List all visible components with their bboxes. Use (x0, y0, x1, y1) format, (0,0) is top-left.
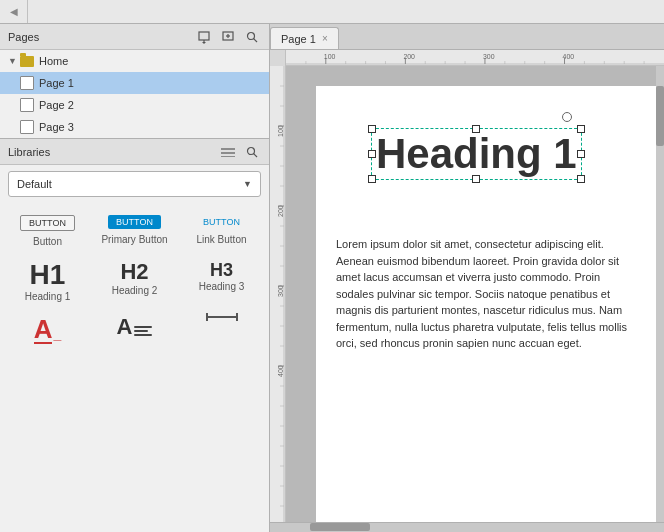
page-icon-page2 (20, 98, 34, 112)
tab-close-icon[interactable]: × (322, 33, 328, 44)
pages-search-icon[interactable] (243, 28, 261, 46)
lib-item-primary-button[interactable]: BUTTON Primary Button (91, 207, 178, 253)
dropdown-arrow-icon: ▼ (243, 179, 252, 189)
svg-text:200: 200 (403, 53, 415, 60)
text-a-icon: A _ (34, 316, 62, 344)
dropdown-label: Default (17, 178, 52, 190)
handle-br[interactable] (577, 175, 585, 183)
libraries-header: Libraries (0, 139, 269, 165)
primary-button-preview: BUTTON (108, 215, 161, 229)
tree-item-page2[interactable]: Page 2 (0, 94, 269, 116)
h3-preview: H3 (210, 261, 233, 279)
heading-container[interactable]: Heading 1 (371, 128, 582, 180)
svg-text:200: 200 (277, 205, 284, 217)
v-ruler: 100 200 300 400 (270, 66, 286, 522)
rotate-handle[interactable] (562, 112, 572, 122)
h-scrollbar-handle[interactable] (310, 523, 370, 531)
h-scrollbar[interactable] (270, 522, 664, 532)
lib-item-primary-label: Primary Button (101, 234, 167, 245)
lib-item-button-label: Button (33, 236, 62, 247)
pages-section: Pages ▼ Home (0, 24, 269, 139)
libraries-header-icons (219, 143, 261, 161)
lib-item-link-button[interactable]: BUTTON Link Button (178, 207, 265, 253)
svg-text:100: 100 (324, 53, 336, 60)
libraries-menu-icon[interactable] (219, 143, 237, 161)
lib-item-h2-label: Heading 2 (112, 285, 158, 296)
lib-item-h1-label: Heading 1 (25, 291, 71, 302)
svg-text:100: 100 (277, 125, 284, 137)
handle-tl[interactable] (368, 125, 376, 133)
svg-line-11 (254, 153, 258, 157)
pages-export-icon[interactable] (195, 28, 213, 46)
svg-point-10 (248, 147, 255, 154)
link-button-preview: BUTTON (195, 215, 248, 229)
svg-text:300: 300 (483, 53, 495, 60)
svg-line-6 (254, 38, 258, 42)
handle-tr[interactable] (577, 125, 585, 133)
lib-item-text-a[interactable]: A _ (4, 308, 91, 355)
v-scrollbar-handle[interactable] (656, 86, 664, 146)
handle-mr[interactable] (577, 150, 585, 158)
lib-item-heading2[interactable]: H2 Heading 2 (91, 253, 178, 308)
tree-arrow-home: ▼ (8, 56, 20, 66)
line-icon (206, 316, 238, 318)
page-icon-page1 (20, 76, 34, 90)
svg-rect-0 (199, 32, 209, 40)
handle-bl[interactable] (368, 175, 376, 183)
libraries-section: Libraries Default ▼ BUTT (0, 139, 269, 532)
h1-preview: H1 (30, 261, 66, 289)
v-scrollbar[interactable] (656, 66, 664, 522)
selection-box: Heading 1 (371, 128, 582, 180)
library-grid: BUTTON Button BUTTON Primary Button BUTT… (0, 203, 269, 359)
canvas-content[interactable]: Heading 1 Lorem ipsum dolor sit amet, co… (286, 66, 664, 522)
svg-text:400: 400 (563, 53, 575, 60)
text-al-icon: A (117, 316, 153, 338)
button-preview: BUTTON (20, 215, 75, 231)
pages-add-icon[interactable] (219, 28, 237, 46)
pages-header-icons (195, 28, 261, 46)
lib-item-h3-label: Heading 3 (199, 281, 245, 292)
left-panel: Pages ▼ Home (0, 24, 270, 532)
lib-item-heading1[interactable]: H1 Heading 1 (4, 253, 91, 308)
handle-tm[interactable] (472, 125, 480, 133)
svg-point-5 (248, 32, 255, 39)
libraries-title: Libraries (8, 146, 50, 158)
tab-bar: Page 1 × (270, 24, 664, 50)
lib-item-line[interactable] (178, 308, 265, 355)
default-dropdown[interactable]: Default ▼ (8, 171, 261, 197)
handle-ml[interactable] (368, 150, 376, 158)
canvas-body: 100 200 300 400 (270, 66, 664, 522)
lib-item-heading3[interactable]: H3 Heading 3 (178, 253, 265, 308)
canvas-page: Heading 1 Lorem ipsum dolor sit amet, co… (316, 86, 656, 522)
tab-label: Page 1 (281, 33, 316, 45)
page-icon-page3 (20, 120, 34, 134)
top-bar: ◀ (0, 0, 664, 24)
svg-text:400: 400 (277, 365, 284, 377)
heading-text: Heading 1 (376, 131, 577, 177)
handle-bm[interactable] (472, 175, 480, 183)
pages-section-header: Pages (0, 24, 269, 50)
folder-icon-home (20, 56, 34, 67)
tab-page1[interactable]: Page 1 × (270, 27, 339, 49)
h2-preview: H2 (120, 261, 148, 283)
ruler-row: 100 200 300 400 (270, 50, 664, 66)
tree-item-home[interactable]: ▼ Home (0, 50, 269, 72)
tree-item-page1[interactable]: Page 1 (0, 72, 269, 94)
ruler-corner (270, 50, 286, 66)
canvas-area: Page 1 × 100 200 300 400 (270, 24, 664, 532)
lib-item-button[interactable]: BUTTON Button (4, 207, 91, 253)
lib-item-text-al[interactable]: A (91, 308, 178, 355)
svg-text:300: 300 (277, 285, 284, 297)
canvas-lorem: Lorem ipsum dolor sit amet, consectetur … (336, 236, 636, 352)
lib-item-link-label: Link Button (196, 234, 246, 245)
libraries-search-icon[interactable] (243, 143, 261, 161)
back-button[interactable]: ◀ (0, 0, 28, 23)
h-ruler: 100 200 300 400 (286, 50, 664, 65)
main-layout: Pages ▼ Home (0, 24, 664, 532)
pages-title: Pages (8, 31, 39, 43)
tree-item-page3[interactable]: Page 3 (0, 116, 269, 138)
